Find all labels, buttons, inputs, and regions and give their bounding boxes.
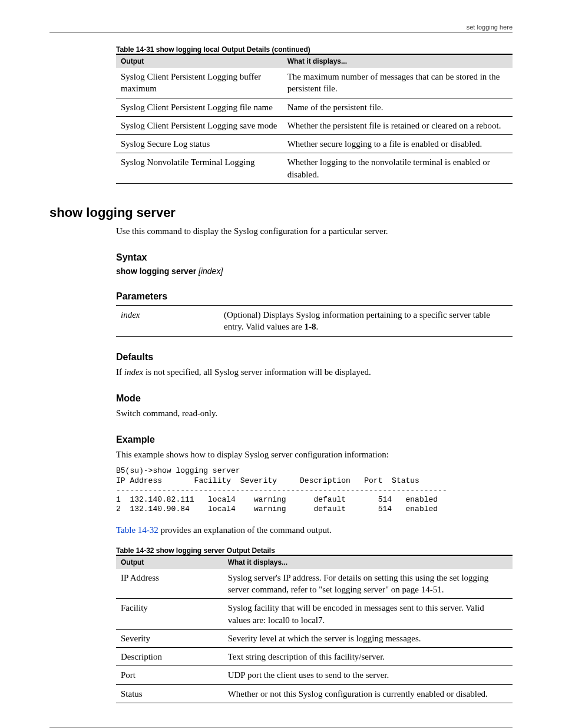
table-32-col1-header: Output (116, 555, 223, 569)
parameters-table: index (Optional) Displays Syslog informa… (116, 305, 513, 337)
defaults-text: If index is not specified, all Syslog se… (116, 366, 513, 378)
table-31-col2-header: What it displays... (283, 54, 513, 68)
table-row: Syslog Nonvolatile Terminal LoggingWheth… (116, 153, 513, 184)
table-row: FacilitySyslog facility that will be enc… (116, 599, 513, 630)
table-row: Syslog Client Persistent Logging buffer … (116, 68, 513, 98)
example-intro: This example shows how to display Syslog… (116, 449, 513, 460)
table-32-col2-header: What it displays... (223, 555, 513, 569)
table-row: index (Optional) Displays Syslog informa… (116, 306, 513, 337)
table-row: IP AddressSyslog server's IP address. Fo… (116, 569, 513, 599)
syntax-heading: Syntax (116, 252, 513, 263)
table-row: SeveritySeverity level at which the serv… (116, 629, 513, 647)
description-text: Use this command to display the Syslog c… (116, 225, 513, 237)
command-title: show logging server (49, 205, 513, 220)
mode-heading: Mode (116, 393, 513, 404)
syntax-line: show logging server [index] (116, 266, 513, 276)
parameters-heading: Parameters (116, 291, 513, 302)
defaults-heading: Defaults (116, 352, 513, 363)
example-heading: Example (116, 434, 513, 445)
mode-text: Switch command, read-only. (116, 407, 513, 419)
table-32-caption: Table 14-32 show logging server Output D… (116, 546, 513, 555)
table-reference-text: Table 14-32 provides an explanation of t… (116, 524, 513, 536)
table-row: PortUDP port the client uses to send to … (116, 666, 513, 684)
table-32-link[interactable]: Table 14-32 (116, 525, 158, 535)
code-block: B5(su)->show logging server IP Address F… (116, 466, 513, 514)
table-row: Syslog Client Persistent Logging file na… (116, 98, 513, 116)
table-row: DescriptionText string description of th… (116, 648, 513, 666)
running-head: set logging here (49, 24, 513, 32)
table-row: Syslog Secure Log statusWhether secure l… (116, 135, 513, 153)
param-name: index (121, 310, 140, 319)
table-31-col1-header: Output (116, 54, 283, 68)
table-31-caption: Table 14-31 show logging local Output De… (116, 45, 513, 54)
table-row: StatusWhether or not this Syslog configu… (116, 684, 513, 703)
table-32: Output What it displays... IP AddressSys… (116, 555, 513, 703)
param-description: (Optional) Displays Syslog information p… (219, 306, 513, 337)
table-31: Output What it displays... Syslog Client… (116, 54, 513, 184)
table-row: Syslog Client Persistent Logging save mo… (116, 116, 513, 134)
